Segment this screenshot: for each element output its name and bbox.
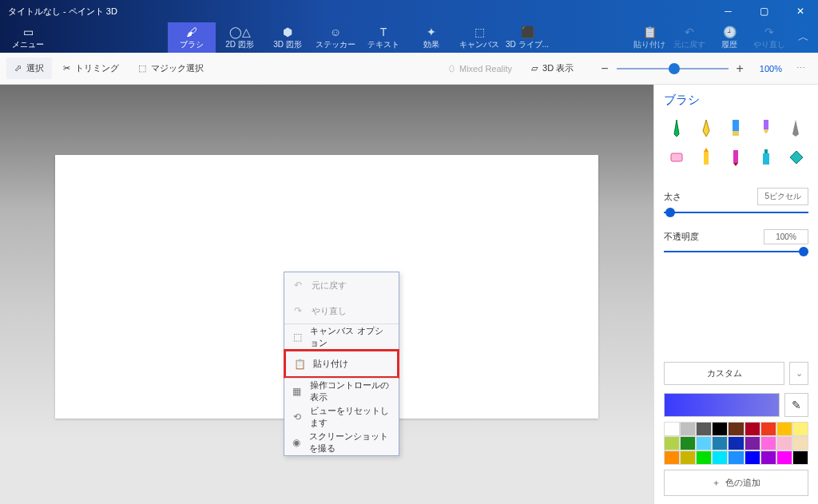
color-swatch[interactable] bbox=[728, 422, 744, 436]
add-color-label: 色の追加 bbox=[725, 477, 760, 489]
color-swatch[interactable] bbox=[680, 450, 696, 465]
folder-icon: ▭ bbox=[23, 26, 34, 38]
current-color[interactable] bbox=[664, 393, 780, 417]
redo-icon: ↷ bbox=[292, 305, 304, 316]
tab-stickers[interactable]: ☺ステッカー bbox=[312, 22, 359, 53]
canvas-icon: ⬚ bbox=[475, 26, 485, 38]
tab-brush[interactable]: 🖌ブラシ bbox=[168, 22, 216, 53]
color-palette bbox=[664, 422, 808, 465]
tab-3d-shapes[interactable]: ⬢3D 図形 bbox=[264, 22, 312, 53]
color-swatch[interactable] bbox=[728, 450, 744, 465]
color-swatch[interactable] bbox=[745, 422, 760, 436]
color-swatch[interactable] bbox=[728, 436, 744, 450]
color-swatch[interactable] bbox=[680, 422, 696, 436]
brush-marker[interactable] bbox=[724, 145, 749, 169]
context-paste[interactable]: 📋貼り付け bbox=[286, 351, 397, 376]
brush-eraser[interactable] bbox=[664, 145, 689, 169]
undo-icon: ↶ bbox=[292, 280, 304, 291]
context-undo: ↶元に戻す bbox=[284, 272, 399, 298]
brush-oil[interactable] bbox=[724, 116, 749, 140]
color-swatch[interactable] bbox=[760, 450, 776, 465]
color-swatch[interactable] bbox=[776, 450, 792, 465]
select-tool[interactable]: ⬀選択 bbox=[6, 58, 52, 79]
color-swatch[interactable] bbox=[664, 422, 680, 436]
color-swatch[interactable] bbox=[664, 450, 680, 465]
canvas-viewport[interactable]: ↶元に戻す ↷やり直し ⬚キャンバス オプション 📋貼り付け ▦操作コントロール… bbox=[0, 85, 653, 504]
add-color-button[interactable]: ＋色の追加 bbox=[664, 470, 808, 496]
side-panel: ブラシ 太さ5ピクセル 不透明度100% カスタム ⌄ ✎ ＋色の追加 bbox=[653, 85, 818, 504]
tool-label: マジック選択 bbox=[151, 62, 204, 74]
tab-effects[interactable]: ✦効果 bbox=[407, 22, 455, 53]
color-swatch[interactable] bbox=[696, 436, 712, 450]
more-icon[interactable]: ⋯ bbox=[796, 63, 805, 73]
ctx-label: 元に戻す bbox=[312, 280, 347, 292]
color-swatch[interactable] bbox=[776, 422, 792, 436]
tab-2d-shapes[interactable]: ◯△2D 図形 bbox=[216, 22, 264, 53]
brush-grid bbox=[664, 116, 808, 169]
color-swatch[interactable] bbox=[712, 422, 728, 436]
tab-text[interactable]: Tテキスト bbox=[359, 22, 407, 53]
context-show-controls[interactable]: ▦操作コントロールの表示 bbox=[284, 379, 399, 404]
color-swatch[interactable] bbox=[745, 450, 760, 465]
cursor-icon: ⬀ bbox=[14, 63, 22, 73]
material-chevron[interactable]: ⌄ bbox=[789, 362, 808, 385]
paste-button[interactable]: 📋貼り付け bbox=[629, 22, 669, 53]
tab-3d-library[interactable]: ⬛3D ライブ... bbox=[503, 22, 551, 53]
brush-pen[interactable] bbox=[664, 116, 689, 140]
color-swatch[interactable] bbox=[792, 436, 808, 450]
zoom-control[interactable]: − + 100% ⋯ bbox=[601, 62, 812, 76]
brush-watercolor[interactable] bbox=[753, 116, 778, 140]
brush-calligraphy[interactable] bbox=[693, 116, 718, 140]
opacity-slider[interactable] bbox=[664, 251, 808, 252]
opacity-value[interactable]: 100% bbox=[764, 229, 808, 244]
zoom-slider[interactable] bbox=[617, 68, 729, 69]
color-swatch[interactable] bbox=[745, 436, 760, 450]
color-swatch[interactable] bbox=[712, 450, 728, 465]
color-swatch[interactable] bbox=[760, 436, 776, 450]
color-swatch[interactable] bbox=[712, 436, 728, 450]
chevron-up-icon: ︿ bbox=[798, 31, 809, 44]
collapse-ribbon[interactable]: ︿ bbox=[789, 22, 818, 53]
maximize-button[interactable]: ▢ bbox=[746, 0, 782, 22]
context-menu: ↶元に戻す ↷やり直し ⬚キャンバス オプション 📋貼り付け ▦操作コントロール… bbox=[284, 272, 399, 456]
svg-rect-6 bbox=[763, 153, 769, 165]
color-swatch[interactable] bbox=[664, 436, 680, 450]
color-swatch[interactable] bbox=[680, 436, 696, 450]
text-icon: T bbox=[380, 26, 387, 38]
magic-select-tool[interactable]: ⬚マジック選択 bbox=[130, 58, 212, 79]
color-swatch[interactable] bbox=[696, 422, 712, 436]
history-button[interactable]: 🕘履歴 bbox=[709, 22, 749, 53]
brush-spray[interactable] bbox=[753, 145, 778, 169]
undo-button[interactable]: ↶元に戻す bbox=[669, 22, 709, 53]
menu-button[interactable]: ▭ メニュー bbox=[0, 22, 56, 53]
zoom-value[interactable]: 100% bbox=[760, 64, 782, 73]
context-reset-view[interactable]: ⟲ビューをリセットします bbox=[284, 404, 399, 430]
color-swatch[interactable] bbox=[696, 450, 712, 465]
minimize-button[interactable]: ─ bbox=[710, 0, 746, 22]
color-swatch[interactable] bbox=[792, 450, 808, 465]
eyedropper-button[interactable]: ✎ bbox=[784, 393, 808, 417]
zoom-out-icon[interactable]: − bbox=[601, 62, 608, 76]
tab-label: キャンバス bbox=[459, 39, 499, 50]
redo-button[interactable]: ↷やり直し bbox=[749, 22, 789, 53]
thickness-value[interactable]: 5ピクセル bbox=[757, 188, 808, 205]
svg-rect-5 bbox=[733, 150, 738, 163]
menu-label: メニュー bbox=[12, 39, 44, 50]
tab-canvas[interactable]: ⬚キャンバス bbox=[455, 22, 503, 53]
color-swatch[interactable] bbox=[792, 422, 808, 436]
thickness-slider[interactable] bbox=[664, 212, 808, 213]
context-canvas-options[interactable]: ⬚キャンバス オプション bbox=[284, 324, 399, 350]
brush-fill[interactable] bbox=[784, 145, 808, 169]
color-swatch[interactable] bbox=[760, 422, 776, 436]
shapes-2d-icon: ◯△ bbox=[229, 26, 251, 38]
btn-label: 貼り付け bbox=[633, 39, 665, 50]
brush-crayon[interactable] bbox=[693, 145, 718, 169]
material-select[interactable]: カスタム bbox=[664, 362, 784, 385]
brush-pencil[interactable] bbox=[784, 116, 808, 140]
context-screenshot[interactable]: ◉スクリーンショットを撮る bbox=[284, 430, 399, 455]
zoom-in-icon[interactable]: + bbox=[737, 62, 744, 76]
close-button[interactable]: ✕ bbox=[782, 0, 818, 22]
3d-view-button[interactable]: ▱3D 表示 bbox=[523, 58, 582, 79]
crop-tool[interactable]: ✂トリミング bbox=[55, 58, 127, 79]
color-swatch[interactable] bbox=[776, 436, 792, 450]
